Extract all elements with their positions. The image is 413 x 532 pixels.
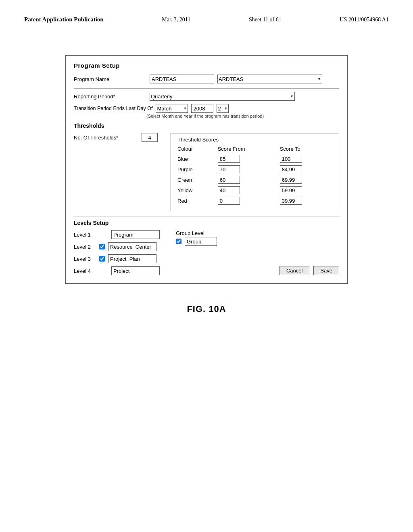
no-thresholds-input[interactable]	[142, 133, 158, 142]
threshold-score-to-3[interactable]	[280, 185, 332, 195]
threshold-colour-4: Red	[177, 195, 218, 206]
buttons-row: Cancel Save	[176, 266, 339, 275]
score-to-col-header: Score To	[280, 146, 332, 154]
levels-title: Levels Setup	[74, 220, 339, 226]
threshold-score-from-0[interactable]	[218, 154, 280, 164]
transition-month-select[interactable]: March January February April May June Ju…	[156, 104, 188, 113]
transition-year-select[interactable]: 2008 2009 2010	[217, 104, 229, 113]
group-level-area: Group Level	[176, 230, 339, 246]
level-4-input[interactable]	[111, 266, 160, 275]
reporting-period-select-wrapper: Quarterly Monthly Annual	[150, 92, 295, 101]
level-2-input[interactable]	[108, 242, 156, 251]
program-name-row: Program Name ARDTEAS	[74, 75, 339, 83]
threshold-row: Green	[177, 175, 332, 185]
main-content: Program Setup Program Name ARDTEAS Repor…	[0, 31, 413, 322]
reporting-period-select[interactable]: Quarterly Monthly Annual	[150, 92, 295, 101]
no-thresholds-label: No. Of Thresholds*	[74, 135, 138, 141]
transition-hint: (Select Month and Year if the program ha…	[146, 114, 339, 118]
transition-month-select-wrapper: March January February April May June Ju…	[156, 104, 188, 113]
reporting-period-row: Reporting Period* Quarterly Monthly Annu…	[74, 92, 339, 101]
threshold-score-to-1[interactable]	[280, 164, 332, 175]
threshold-score-from-3[interactable]	[218, 185, 280, 195]
thresholds-row: No. Of Thresholds* Threshold Scores Colo…	[74, 133, 339, 211]
group-level-input[interactable]	[185, 237, 217, 246]
threshold-score-from-4[interactable]	[218, 195, 280, 206]
no-thresholds-container: No. Of Thresholds*	[74, 133, 163, 142]
level-3-label: Level 3	[74, 256, 96, 262]
program-name-select[interactable]: ARDTEAS	[217, 75, 322, 83]
level-4-label: Level 4	[74, 268, 96, 274]
level-1-input[interactable]	[111, 230, 160, 239]
threshold-scores-box: Threshold Scores Colour Score From Score…	[171, 133, 339, 211]
threshold-row: Red	[177, 195, 332, 206]
level-row-3: Level 3	[74, 254, 160, 263]
level-row-1: Level 1	[74, 230, 160, 239]
program-setup-box: Program Setup Program Name ARDTEAS Repor…	[65, 55, 348, 284]
threshold-colour-3: Yellow	[177, 185, 218, 195]
save-button[interactable]: Save	[313, 266, 339, 275]
transition-period-row: Transition Period Ends Last Day Of March…	[74, 104, 339, 113]
threshold-row: Blue	[177, 154, 332, 164]
levels-left: Level 1 Level 2 Level 3 Level 4	[74, 230, 160, 275]
threshold-colour-2: Green	[177, 175, 218, 185]
group-level-title: Group Level	[176, 230, 339, 236]
publication-title: Patent Application Publication	[24, 16, 104, 23]
level-2-checkbox[interactable]	[99, 244, 105, 249]
box-title: Program Setup	[74, 62, 339, 69]
level-1-label: Level 1	[74, 232, 96, 238]
thresholds-title: Thresholds	[74, 123, 339, 129]
patent-header: Patent Application Publication Mar. 3, 2…	[0, 0, 413, 31]
threshold-score-from-2[interactable]	[218, 175, 280, 185]
threshold-row: Yellow	[177, 185, 332, 195]
level-row-4: Level 4	[74, 266, 160, 275]
threshold-colour-0: Blue	[177, 154, 218, 164]
patent-number: US 2011/0054968 A1	[340, 17, 389, 23]
threshold-score-to-2[interactable]	[280, 175, 332, 185]
colour-col-header: Colour	[177, 146, 218, 154]
program-name-select-wrapper: ARDTEAS	[217, 75, 322, 83]
cancel-button[interactable]: Cancel	[280, 266, 309, 275]
transition-year-select-wrapper: 2008 2009 2010	[217, 104, 229, 113]
level-row-2: Level 2	[74, 242, 160, 251]
scores-table: Colour Score From Score To Blue Purple G…	[177, 146, 332, 206]
threshold-colour-1: Purple	[177, 164, 218, 175]
program-name-input[interactable]	[150, 75, 214, 83]
transition-year-input[interactable]	[191, 104, 213, 113]
score-from-col-header: Score From	[218, 146, 280, 154]
sheet-info: Sheet 11 of 61	[249, 17, 282, 23]
levels-divider	[74, 216, 339, 216]
group-level-row	[176, 237, 339, 246]
level-3-checkbox[interactable]	[99, 256, 105, 262]
level-2-label: Level 2	[74, 244, 96, 250]
threshold-row: Purple	[177, 164, 332, 175]
figure-caption: FIG. 10A	[187, 304, 226, 314]
levels-container: Level 1 Level 2 Level 3 Level 4 Group Le…	[74, 230, 339, 275]
publication-date: Mar. 3, 2011	[162, 17, 190, 23]
threshold-score-from-1[interactable]	[218, 164, 280, 175]
levels-right-area: Group Level Cancel Save	[176, 230, 339, 275]
transition-label: Transition Period Ends Last Day Of	[74, 106, 152, 111]
threshold-score-to-0[interactable]	[280, 154, 332, 164]
divider-1	[74, 88, 339, 89]
program-name-label: Program Name	[74, 76, 146, 82]
reporting-period-label: Reporting Period*	[74, 94, 146, 100]
group-level-checkbox[interactable]	[176, 239, 181, 244]
threshold-score-to-4[interactable]	[280, 195, 332, 206]
level-3-input[interactable]	[108, 254, 156, 263]
threshold-scores-title: Threshold Scores	[177, 137, 332, 143]
